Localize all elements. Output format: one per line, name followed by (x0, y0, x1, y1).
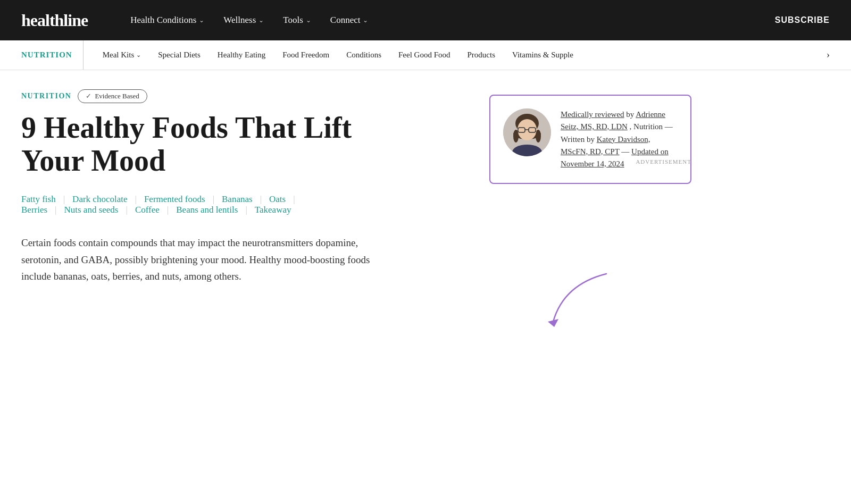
nav-wellness[interactable]: Wellness ⌄ (223, 15, 264, 26)
toc-nuts-seeds[interactable]: Nuts and seeds (64, 205, 119, 215)
toc-separator: | (293, 194, 295, 205)
secondary-nav-healthy-eating[interactable]: Healthy Eating (209, 40, 274, 70)
svg-marker-10 (548, 319, 558, 327)
secondary-nav-active[interactable]: NUTRITION (21, 40, 84, 70)
svg-point-8 (513, 130, 519, 142)
advertisement-label: ADVERTISEMENT (636, 158, 691, 165)
toc-beans-lentils[interactable]: Beans and lentils (176, 205, 238, 215)
chevron-down-icon: ⌄ (258, 16, 264, 24)
toc-separator: | (213, 194, 214, 205)
secondary-nav-special-diets[interactable]: Special Diets (149, 40, 209, 70)
chevron-down-icon: ⌄ (306, 16, 311, 24)
toc-separator: | (167, 205, 169, 215)
toc-bananas[interactable]: Bananas (222, 194, 253, 205)
secondary-nav-food-freedom[interactable]: Food Freedom (274, 40, 338, 70)
toc-separator: | (135, 194, 136, 205)
secondary-nav-feel-good-food[interactable]: Feel Good Food (390, 40, 459, 70)
nav-tools[interactable]: Tools ⌄ (283, 15, 311, 26)
toc-fermented-foods[interactable]: Fermented foods (144, 194, 205, 205)
table-of-contents: Fatty fish | Dark chocolate | Fermented … (21, 194, 457, 215)
chevron-down-icon: ⌄ (136, 52, 141, 58)
chevron-down-icon: ⌄ (199, 16, 204, 24)
evidence-based-badge[interactable]: ✓ Evidence Based (78, 89, 147, 103)
top-navigation: healthline Health Conditions ⌄ Wellness … (0, 0, 851, 40)
toc-oats[interactable]: Oats (269, 194, 286, 205)
toc-separator: | (63, 194, 65, 205)
top-nav-links: Health Conditions ⌄ Wellness ⌄ Tools ⌄ C… (130, 15, 754, 26)
annotation-arrow (521, 274, 617, 327)
toc-coffee[interactable]: Coffee (135, 205, 160, 215)
secondary-nav-products[interactable]: Products (459, 40, 504, 70)
toc-separator: | (55, 205, 56, 215)
secondary-navigation: NUTRITION Meal Kits ⌄ Special Diets Heal… (0, 40, 851, 70)
secondary-nav-vitamins[interactable]: Vitamins & Supple (504, 40, 582, 70)
toc-separator: | (126, 205, 127, 215)
toc-takeaway[interactable]: Takeaway (255, 205, 291, 215)
secondary-nav-more-button[interactable]: › (827, 49, 830, 61)
toc-separator: | (245, 205, 247, 215)
author-box: Medically reviewed by Adrienne Seitz, MS… (489, 95, 691, 184)
toc-dark-chocolate[interactable]: Dark chocolate (72, 194, 127, 205)
svg-point-9 (536, 130, 541, 142)
site-logo[interactable]: healthline (21, 11, 88, 30)
toc-fatty-fish[interactable]: Fatty fish (21, 194, 56, 205)
article-section-label: NUTRITION ✓ Evidence Based (21, 89, 147, 103)
article-body: Certain foods contain compounds that may… (21, 234, 394, 284)
toc-separator: | (260, 194, 262, 205)
nav-connect[interactable]: Connect ⌄ (330, 15, 369, 26)
content-wrapper: NUTRITION ✓ Evidence Based 9 Healthy Foo… (0, 70, 745, 284)
chevron-down-icon: ⌄ (363, 16, 368, 24)
medically-reviewed-label[interactable]: Medically reviewed (561, 110, 624, 119)
subscribe-button[interactable]: SUBSCRIBE (775, 15, 830, 25)
reviewer-specialty: Nutrition (633, 122, 663, 131)
checkmark-icon: ✓ (86, 92, 91, 100)
secondary-nav-items: Meal Kits ⌄ Special Diets Healthy Eating… (84, 40, 582, 70)
secondary-nav-conditions[interactable]: Conditions (338, 40, 390, 70)
sidebar: Medically reviewed by Adrienne Seitz, MS… (489, 89, 691, 284)
main-content: NUTRITION ✓ Evidence Based 9 Healthy Foo… (21, 89, 457, 284)
author-avatar (503, 108, 551, 156)
nav-health-conditions[interactable]: Health Conditions ⌄ (130, 15, 204, 26)
toc-berries[interactable]: Berries (21, 205, 47, 215)
article-title: 9 Healthy Foods That Lift Your Mood (21, 112, 383, 177)
secondary-nav-meal-kits[interactable]: Meal Kits ⌄ (94, 40, 150, 70)
